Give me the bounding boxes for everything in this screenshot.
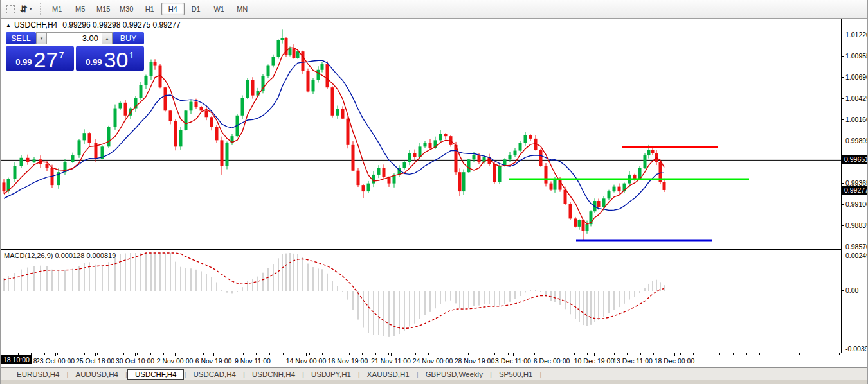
time-major-tick <box>175 353 176 356</box>
price-axis[interactable]: 1.012201.009551.006901.004251.001600.998… <box>841 19 868 353</box>
price-axis-label: 0.00 <box>845 286 858 294</box>
volume-increase-button[interactable]: ▲ <box>102 32 113 44</box>
timeframe-toolbar: M1M5M15M30H1H4D1W1MN <box>46 3 254 15</box>
chart-tab-usdcad-h4[interactable]: USDCAD,H4 <box>186 369 242 380</box>
time-minor-tick <box>548 353 548 355</box>
timeframe-button-m5[interactable]: M5 <box>69 3 92 15</box>
time-axis[interactable]: 18 10:001823 Oct 00:0025 Oct 18:0030 Oct… <box>1 353 868 367</box>
time-major-tick <box>213 353 214 356</box>
chart-tab-audusd-h4[interactable]: AUDUSD,H4 <box>68 369 125 380</box>
timeframe-button-d1[interactable]: D1 <box>185 3 208 15</box>
time-minor-tick <box>177 353 177 355</box>
time-minor-tick <box>640 353 641 355</box>
buy-price-panel[interactable]: 0.99 30 1 <box>76 46 144 71</box>
chart-tab-usdjpy-h1[interactable]: USDJPY,H1 <box>304 369 358 380</box>
time-major-tick <box>253 353 253 356</box>
axis-tick <box>842 247 844 247</box>
time-minor-tick <box>601 353 601 355</box>
time-axis-label: 16 Nov 19:00 <box>328 357 368 365</box>
time-minor-tick <box>123 353 124 355</box>
axis-tick <box>842 56 844 57</box>
time-minor-tick <box>521 353 521 355</box>
tab-separator: | <box>539 371 541 378</box>
sell-button[interactable]: SELL <box>6 32 36 44</box>
time-minor-tick <box>773 353 773 355</box>
time-major-tick <box>513 353 514 356</box>
time-minor-tick <box>799 353 800 355</box>
chart-tab-usdchf-h4[interactable]: USDCHF,H4 <box>127 369 185 380</box>
time-major-tick <box>391 353 392 356</box>
time-major-tick <box>674 353 675 356</box>
collapse-triangle-icon[interactable]: ▲ <box>6 22 11 28</box>
chart-tab-gbpusd-weekly[interactable]: GBPUSD,Weekly <box>419 369 490 380</box>
volume-input[interactable] <box>47 32 102 44</box>
buy-price-prefix: 0.99 <box>86 57 102 67</box>
price-axis-highlight: 0.99651 <box>842 155 868 164</box>
time-major-tick <box>552 353 552 356</box>
timeframe-button-w1[interactable]: W1 <box>208 3 231 15</box>
time-minor-tick <box>428 353 429 355</box>
timeframe-button-m1[interactable]: M1 <box>46 3 69 15</box>
time-minor-tick <box>296 353 296 355</box>
time-minor-tick <box>336 353 336 355</box>
time-axis-label: 21 Nov 11:00 <box>371 357 411 365</box>
toolbar-grip[interactable] <box>40 3 41 15</box>
timeframe-button-h4[interactable]: H4 <box>161 3 185 15</box>
time-minor-tick <box>534 353 535 355</box>
price-axis-label: 0.002492 <box>845 252 868 259</box>
time-minor-tick <box>680 353 681 355</box>
axis-tick <box>842 77 844 78</box>
axis-tick <box>842 183 844 184</box>
macd-chart-canvas[interactable] <box>1 251 841 353</box>
buy-button[interactable]: BUY <box>113 32 144 44</box>
chart-frame-icon[interactable] <box>4 3 17 15</box>
time-minor-tick <box>786 353 786 355</box>
chart-tab-eurusd-h4[interactable]: EURUSD,H4 <box>10 369 66 380</box>
sell-price-panel[interactable]: 0.99 27 7 <box>6 46 74 71</box>
time-minor-tick <box>163 353 164 355</box>
time-minor-tick <box>402 353 402 355</box>
chart-tab-xauusd-h1[interactable]: XAUUSD,H1 <box>360 369 417 380</box>
time-minor-tick <box>415 353 416 355</box>
time-axis-label: 13 Dec 11:00 <box>613 357 653 365</box>
axis-tick <box>842 290 844 291</box>
axis-tick <box>842 119 844 120</box>
chart-window: ▲ USDCHF,H4 0.99296 0.99298 0.99275 0.99… <box>1 19 867 367</box>
toolbar-separator <box>258 2 258 16</box>
time-minor-tick <box>111 353 111 355</box>
sell-price-big: 27 <box>34 50 59 70</box>
chart-tab-usdcnh-h4[interactable]: USDCNH,H4 <box>245 369 302 380</box>
timeframe-button-m15[interactable]: M15 <box>92 3 115 15</box>
price-axis-label: 1.00690 <box>845 73 868 81</box>
axis-tick <box>842 256 844 256</box>
time-minor-tick <box>362 353 363 355</box>
time-axis-label: 30 Oct 10:00 <box>116 357 154 365</box>
pane-separator[interactable] <box>1 249 841 250</box>
price-axis-label: 1.00425 <box>845 94 868 102</box>
timeframe-button-h1[interactable]: H1 <box>138 3 161 15</box>
time-minor-tick <box>627 353 628 355</box>
time-minor-tick <box>375 353 376 355</box>
chart-tab-sp500-h1[interactable]: SP500,H1 <box>492 369 539 380</box>
volume-decrease-button[interactable]: ▼ <box>36 32 47 44</box>
time-minor-tick <box>442 353 442 355</box>
time-minor-tick <box>707 353 707 355</box>
price-axis-label: 1.00955 <box>845 52 868 60</box>
timeframe-button-m30[interactable]: M30 <box>115 3 138 15</box>
time-minor-tick <box>137 353 138 355</box>
time-axis-label: 6 Nov 19:00 <box>195 357 232 365</box>
axis-tick <box>842 349 844 349</box>
time-minor-tick <box>71 353 71 355</box>
sell-price-prefix: 0.99 <box>15 57 32 67</box>
time-minor-tick <box>150 353 151 355</box>
time-minor-tick <box>230 353 230 355</box>
time-minor-tick <box>482 353 482 355</box>
time-axis-highlight: 18 10:00 <box>1 355 32 364</box>
price-axis-label: 0.99100 <box>845 200 868 208</box>
time-minor-tick <box>203 353 204 355</box>
price-axis-highlight: 0.99277 <box>842 186 868 195</box>
timeframe-button-mn[interactable]: MN <box>231 3 254 15</box>
time-axis-label: 2 Nov 00:00 <box>157 357 194 365</box>
trade-arrows-icon[interactable]: ⇵ ▼ <box>17 3 35 15</box>
chart-ohlc-values: 0.99296 0.99298 0.99275 0.99277 <box>62 21 181 30</box>
